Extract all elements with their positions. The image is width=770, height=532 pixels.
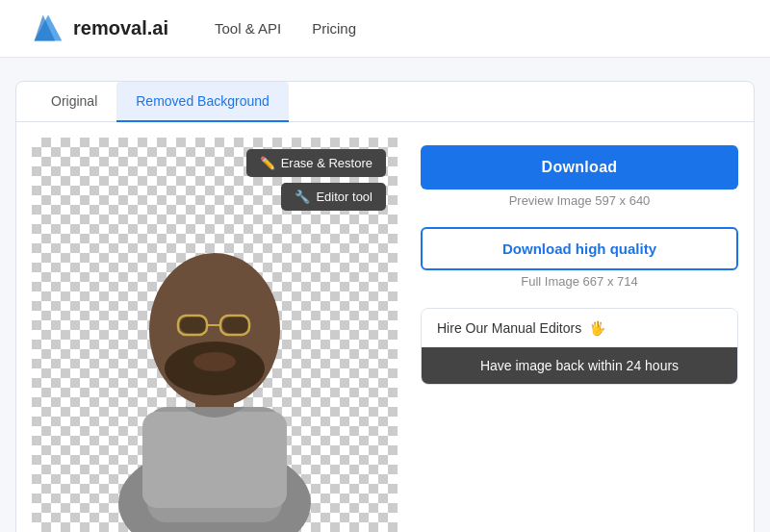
download-hq-button[interactable]: Download high quality xyxy=(421,227,738,270)
download-section: Download Preview Image 597 x 640 xyxy=(421,145,738,208)
hand-wave-icon: 🖐️ xyxy=(589,320,605,336)
logo-text: removal.ai xyxy=(73,17,168,39)
logo[interactable]: removal.ai xyxy=(31,12,168,46)
editor-tool-button[interactable]: 🔧 Editor tool xyxy=(281,183,386,211)
eraser-icon: ✏️ xyxy=(260,156,275,170)
nav-pricing[interactable]: Pricing xyxy=(312,20,356,37)
tab-bar: Original Removed Background xyxy=(16,82,754,122)
svg-rect-11 xyxy=(142,412,287,508)
right-panel: Download Preview Image 597 x 640 Downloa… xyxy=(421,138,738,385)
hire-editors-top: Hire Our Manual Editors 🖐️ xyxy=(422,309,737,347)
nav-links: Tool & API Pricing xyxy=(215,20,356,37)
svg-point-10 xyxy=(193,352,236,371)
hire-editors-title: Hire Our Manual Editors xyxy=(437,320,581,336)
logo-icon xyxy=(31,12,65,46)
person-image xyxy=(90,176,340,532)
svg-point-5 xyxy=(222,316,249,335)
main-content: Original Removed Background xyxy=(0,58,770,532)
full-info: Full Image 667 x 714 xyxy=(421,274,738,289)
navbar: removal.ai Tool & API Pricing xyxy=(0,0,770,58)
download-hq-section: Download high quality Full Image 667 x 7… xyxy=(421,227,738,289)
hire-editors-card[interactable]: Hire Our Manual Editors 🖐️ Have image ba… xyxy=(421,308,738,385)
erase-restore-button[interactable]: ✏️ Erase & Restore xyxy=(246,149,386,177)
editor-icon: 🔧 xyxy=(295,190,310,204)
tab-original[interactable]: Original xyxy=(32,82,116,122)
content-area: ✏️ Erase & Restore 🔧 Editor tool Downloa… xyxy=(16,122,754,532)
preview-info: Preview Image 597 x 640 xyxy=(421,193,738,208)
toolbar: ✏️ Erase & Restore 🔧 Editor tool xyxy=(246,149,386,211)
card: Original Removed Background xyxy=(15,81,755,532)
tab-removed-bg[interactable]: Removed Background xyxy=(116,82,289,122)
svg-point-4 xyxy=(180,316,207,335)
image-container: ✏️ Erase & Restore 🔧 Editor tool xyxy=(32,138,398,532)
download-button[interactable]: Download xyxy=(421,145,738,190)
editor-tool-label: Editor tool xyxy=(316,190,372,204)
nav-tool-api[interactable]: Tool & API xyxy=(215,20,281,37)
hire-editors-subtitle: Have image back within 24 hours xyxy=(422,347,737,384)
erase-restore-label: Erase & Restore xyxy=(281,156,372,170)
